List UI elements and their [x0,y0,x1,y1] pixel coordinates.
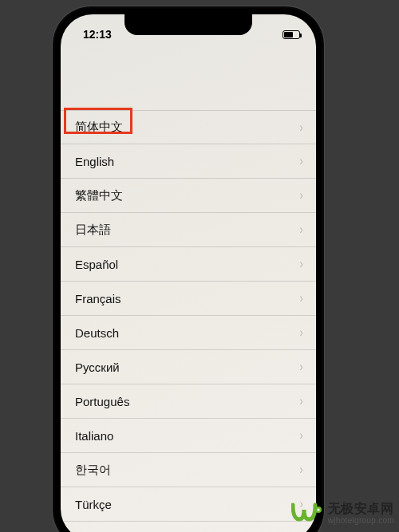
language-label: English [75,155,114,168]
language-label: 한국어 [75,463,111,478]
language-label: 简体中文 [75,120,123,135]
language-row[interactable]: 한국어› [61,453,316,487]
language-row[interactable]: Türkçe› [61,487,316,522]
language-row[interactable]: Русский› [61,350,316,384]
chevron-right-icon: › [299,325,302,340]
language-row[interactable]: 简体中文› [61,110,316,144]
language-row[interactable]: Español› [61,247,316,282]
watermark-url: wjhotelgroup.com [328,516,394,526]
language-label: 繁體中文 [75,188,123,203]
language-row[interactable]: Deutsch› [61,316,316,350]
watermark-title: 无极安卓网 [328,502,394,516]
chevron-right-icon: › [299,188,302,203]
chevron-right-icon: › [299,154,302,168]
language-label: Türkçe [75,498,112,511]
phone-screen: 12:13 简体中文›English›繁體中文›日本語›Español›Fran… [61,14,316,532]
watermark: 无极安卓网 wjhotelgroup.com [291,502,394,526]
chevron-right-icon: › [299,120,302,135]
status-time: 12:13 [83,28,112,41]
language-row[interactable]: 日本語› [61,213,316,247]
battery-icon [282,30,300,39]
chevron-right-icon: › [299,223,302,237]
language-row[interactable]: Português› [61,384,316,419]
language-label: 日本語 [75,223,111,238]
chevron-right-icon: › [299,257,302,271]
language-label: Português [75,395,129,408]
chevron-right-icon: › [299,291,302,305]
language-label: Русский [75,361,120,374]
language-row[interactable]: 繁體中文› [61,179,316,213]
language-label: Français [75,292,121,305]
notch [124,14,252,35]
language-row[interactable]: Italiano› [61,419,316,453]
chevron-right-icon: › [299,463,302,477]
chevron-right-icon: › [299,360,302,374]
chevron-right-icon: › [299,428,302,443]
language-label: Italiano [75,429,113,443]
language-row[interactable]: English› [61,144,316,179]
svg-point-1 [317,508,319,510]
language-label: Deutsch [75,326,119,340]
status-icons [282,30,300,39]
chevron-right-icon: › [299,394,302,408]
watermark-logo-icon [291,502,323,526]
phone-device: 12:13 简体中文›English›繁體中文›日本語›Español›Fran… [53,6,324,532]
language-label: Español [75,258,118,271]
language-list: 简体中文›English›繁體中文›日本語›Español›Français›D… [61,110,316,532]
language-row[interactable]: Français› [61,282,316,316]
